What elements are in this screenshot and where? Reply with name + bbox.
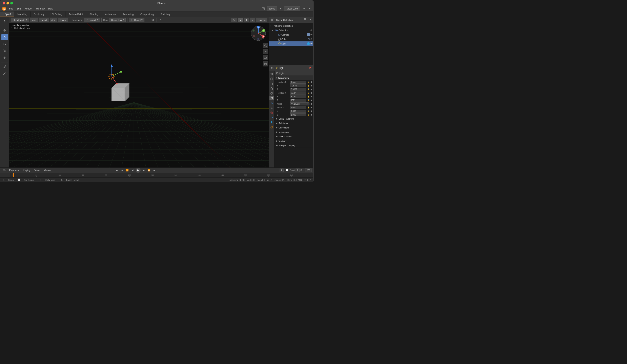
viewport-camera-button[interactable]: [263, 55, 268, 60]
tab-scripting[interactable]: Scripting: [157, 11, 173, 17]
outliner-editor-type[interactable]: [270, 18, 275, 22]
scale-y-dot[interactable]: [311, 110, 312, 112]
prop-tab-particles[interactable]: [269, 106, 274, 110]
timeline-editor-type[interactable]: [2, 168, 6, 172]
location-y-value[interactable]: -1.5 m: [290, 84, 306, 87]
prop-tab-physics[interactable]: [269, 110, 274, 115]
tab-shading[interactable]: Shading: [86, 11, 102, 17]
proportional-edit-button[interactable]: [151, 18, 155, 22]
rotation-x-dot[interactable]: [311, 92, 312, 94]
object-mode-selector[interactable]: Object Mode ▾: [11, 18, 29, 22]
tab-compositing[interactable]: Compositing: [137, 11, 157, 17]
rotation-y-dot[interactable]: [311, 96, 312, 97]
menu-help[interactable]: Help: [47, 7, 55, 10]
prop-tab-data[interactable]: [269, 120, 274, 125]
tree-item-camera[interactable]: Camera 👁: [269, 33, 313, 37]
transform-header[interactable]: ▾ Transform: [274, 76, 313, 80]
outliner-filter-button[interactable]: [303, 17, 307, 22]
select-menu[interactable]: Select: [39, 18, 49, 22]
location-x-dot[interactable]: [311, 81, 312, 83]
viewport-shading-wire[interactable]: ⬡: [231, 18, 237, 22]
collection-visibility[interactable]: 👁: [310, 29, 313, 32]
timeline-playback-menu[interactable]: Playback: [8, 168, 20, 172]
light-visibility[interactable]: 👁: [310, 42, 313, 45]
orientation-selector[interactable]: Default ▾: [84, 18, 100, 22]
tool-measure[interactable]: [1, 70, 8, 77]
scale-z-value[interactable]: 1.000: [290, 113, 306, 116]
menu-window[interactable]: Window: [34, 7, 46, 10]
maximize-button[interactable]: [10, 2, 13, 4]
prop-tab-world[interactable]: [269, 91, 274, 96]
viewport-canvas[interactable]: User Perspective (1) Collection | Light …: [9, 23, 269, 167]
rotation-z-value[interactable]: 107°: [290, 99, 306, 102]
prop-tab-view-layer[interactable]: [269, 81, 274, 86]
tab-layout[interactable]: Layout: [0, 11, 14, 17]
tool-move[interactable]: [1, 34, 8, 40]
view-menu[interactable]: View: [30, 18, 38, 22]
scale-x-dot[interactable]: [311, 107, 312, 108]
tool-select-box[interactable]: [1, 18, 8, 24]
scale-x-value[interactable]: 1.000: [290, 106, 306, 109]
current-frame-field[interactable]: 1: [280, 168, 284, 172]
prev-keyframe-button[interactable]: ◀: [130, 168, 135, 172]
options-button[interactable]: Options: [256, 18, 267, 22]
tree-item-scene-collection[interactable]: ▾ Scene Collection: [269, 24, 313, 28]
global-selector[interactable]: Global ▾: [129, 18, 144, 22]
rotation-x-value[interactable]: 37.3°: [290, 92, 306, 95]
rotation-y-value[interactable]: 3.16°: [290, 95, 306, 98]
rotation-z-dot[interactable]: [311, 100, 312, 101]
menu-render[interactable]: Render: [23, 7, 34, 10]
view-layer-options-button[interactable]: ⊕: [302, 6, 306, 11]
view-layer-selector[interactable]: View Layer: [284, 6, 300, 11]
tab-uv-editing[interactable]: UV Editing: [47, 11, 65, 17]
viewport-hand-button[interactable]: [263, 49, 268, 54]
timeline-ruler[interactable]: 120406080100120140160180200220240: [0, 173, 313, 177]
show-gizmos-button[interactable]: [158, 18, 163, 22]
minimize-button[interactable]: [6, 2, 9, 4]
editor-type-button[interactable]: [261, 6, 265, 11]
rotation-mode-value[interactable]: XYZ Euler ▾: [290, 103, 310, 105]
object-menu[interactable]: Object: [58, 18, 68, 22]
timeline-keying-menu[interactable]: Keying: [22, 168, 32, 172]
location-z-dot[interactable]: [311, 89, 312, 90]
rotation-y-lock[interactable]: 🔒: [307, 96, 310, 98]
prop-tab-output[interactable]: [269, 77, 274, 81]
end-frame-field[interactable]: 250: [305, 168, 312, 172]
play-button[interactable]: ▶: [136, 168, 141, 173]
location-x-value[interactable]: 1.5 m: [290, 81, 306, 84]
location-z-lock[interactable]: 🔒: [307, 88, 310, 90]
delta-transform-section[interactable]: ▶ Delta Transform: [274, 116, 313, 121]
scale-y-lock[interactable]: 🔒: [307, 110, 310, 112]
tab-modeling[interactable]: Modeling: [14, 11, 31, 17]
outliner-close-button[interactable]: ✕: [308, 17, 313, 22]
tool-transform[interactable]: [1, 54, 8, 61]
tool-rotate[interactable]: [1, 41, 8, 47]
prop-tab-object[interactable]: [269, 96, 274, 101]
tree-item-light[interactable]: Light 👁: [269, 41, 313, 46]
mode-dot[interactable]: [311, 103, 312, 105]
timeline-view-menu[interactable]: View: [33, 168, 41, 172]
tab-rendering[interactable]: Rendering: [119, 11, 137, 17]
rotation-z-lock[interactable]: 🔒: [307, 99, 310, 101]
add-workspace-button[interactable]: +: [173, 11, 179, 17]
location-y-dot[interactable]: [311, 85, 312, 86]
tab-animation[interactable]: Animation: [102, 11, 119, 17]
location-z-value[interactable]: 5.9039: [290, 88, 306, 91]
prop-tab-render[interactable]: [269, 72, 274, 76]
viewport-render-button[interactable]: [263, 61, 268, 66]
menu-edit[interactable]: Edit: [15, 7, 22, 10]
tool-annotate[interactable]: [1, 64, 8, 70]
next-frame-button[interactable]: ⏩: [147, 168, 151, 172]
scale-z-dot[interactable]: [311, 114, 312, 115]
close-panel-button[interactable]: ✕: [307, 6, 312, 11]
scale-y-value[interactable]: 1.000: [290, 110, 306, 113]
tree-item-collection[interactable]: ▾ Collection 👁: [269, 28, 313, 33]
timeline-marker-menu[interactable]: Marker: [42, 168, 52, 172]
tool-scale[interactable]: [1, 48, 8, 54]
cube-visibility[interactable]: 👁: [310, 38, 313, 40]
close-button[interactable]: [3, 2, 5, 4]
relations-section[interactable]: ▶ Relations: [274, 121, 313, 125]
prop-tab-scene[interactable]: [269, 86, 274, 91]
collections-section[interactable]: ▶ Collections: [274, 125, 313, 130]
motion-paths-section[interactable]: ▶ Motion Paths: [274, 134, 313, 139]
